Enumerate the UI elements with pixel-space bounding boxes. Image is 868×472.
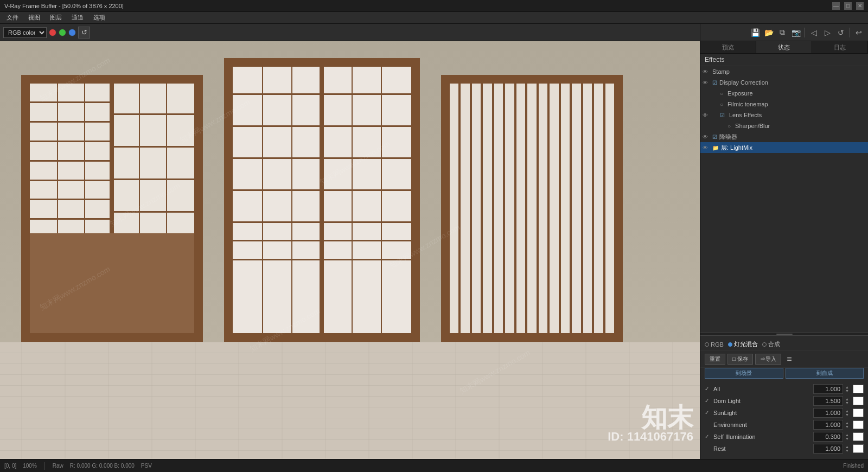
minimize-button[interactable]: — bbox=[832, 2, 840, 10]
menu-view[interactable]: 视图 bbox=[24, 12, 44, 23]
format-text: PSV bbox=[141, 463, 152, 469]
lm-check-sunlight[interactable]: ✓ bbox=[705, 410, 711, 416]
layer-list[interactable]: 👁 Stamp 👁 ☑ Display Correction 👁 ○ Expos… bbox=[700, 66, 868, 333]
lm-row-sunlight[interactable]: ✓ SunLight ▲▼ bbox=[700, 407, 868, 419]
close-button[interactable]: ✕ bbox=[856, 2, 864, 10]
more-button[interactable]: ≡ bbox=[783, 353, 795, 365]
save-button[interactable]: □ 保存 bbox=[727, 354, 753, 365]
status-coords: [0, 0] bbox=[4, 463, 16, 469]
eye-icon[interactable]: 👁 bbox=[703, 69, 710, 75]
tab-rgb[interactable]: RGB bbox=[705, 341, 724, 348]
layer-item-lightmix[interactable]: 👁 📁 层: LightMix bbox=[700, 142, 868, 153]
lm-name-all: All bbox=[713, 386, 811, 392]
undo-icon[interactable]: ↩ bbox=[853, 27, 865, 39]
tab-preview[interactable]: 预览 bbox=[700, 41, 756, 53]
lm-check-env[interactable]: ✓ bbox=[705, 422, 711, 428]
check-icon-denoise: ☑ bbox=[712, 134, 717, 140]
layer-item-sharpen[interactable]: 👁 ○ Sharpen/Blur bbox=[700, 120, 868, 131]
lm-arrows-env[interactable]: ▲▼ bbox=[845, 421, 851, 429]
lm-row-selfillum[interactable]: ✓ Self Illumination ▲▼ bbox=[700, 431, 868, 443]
refresh-button[interactable]: ↺ bbox=[78, 27, 90, 39]
lm-row-domlight[interactable]: ✓ Dom Light ▲▼ bbox=[700, 395, 868, 407]
camera-icon[interactable]: 📷 bbox=[790, 27, 802, 39]
toolbar-separator2 bbox=[850, 28, 850, 37]
layer-item-display-correction[interactable]: 👁 ☑ Display Correction bbox=[700, 77, 868, 88]
eye-icon[interactable]: 👁 bbox=[703, 112, 710, 118]
prev-icon[interactable]: ◁ bbox=[808, 27, 820, 39]
lm-row-all[interactable]: ✓ All ▲▼ bbox=[700, 383, 868, 395]
brand-watermark: 知末 ID: 1141067176 bbox=[608, 405, 693, 443]
copy-icon[interactable]: ⧉ bbox=[776, 27, 788, 39]
reset-button[interactable]: 重置 bbox=[705, 354, 725, 365]
lm-color-sunlight[interactable] bbox=[853, 409, 864, 417]
maximize-button[interactable]: □ bbox=[844, 2, 852, 10]
lm-check-selfillum[interactable]: ✓ bbox=[705, 433, 711, 440]
layer-item-filmic[interactable]: 👁 ○ Filmic tonemap bbox=[700, 99, 868, 110]
save-icon[interactable]: 💾 bbox=[749, 27, 761, 39]
lm-arrows-selfillum[interactable]: ▲▼ bbox=[845, 433, 851, 441]
lm-row-environment[interactable]: ✓ Environment ▲▼ bbox=[700, 419, 868, 431]
lm-check-all[interactable]: ✓ bbox=[705, 386, 711, 392]
lm-value-env[interactable] bbox=[813, 420, 843, 430]
radio-lightmix[interactable] bbox=[728, 342, 732, 347]
render-status-text: Finished bbox=[843, 463, 864, 469]
eye-icon[interactable]: 👁 bbox=[703, 145, 710, 151]
reset-icon[interactable]: ↺ bbox=[835, 27, 847, 39]
next-icon[interactable]: ▷ bbox=[821, 27, 833, 39]
lm-color-all[interactable] bbox=[853, 385, 864, 393]
status-values: R: 0.000 G: 0.000 B: 0.000 bbox=[70, 463, 135, 469]
window-controls[interactable]: — □ ✕ bbox=[832, 2, 864, 10]
lm-value-domlight[interactable] bbox=[813, 396, 843, 406]
layer-item-stamp[interactable]: 👁 Stamp bbox=[700, 66, 868, 77]
lm-color-domlight[interactable] bbox=[853, 397, 864, 405]
canvas-area[interactable]: 知末网www.znzmo.com 知末网www.znzmo.com 知末网www… bbox=[0, 41, 700, 459]
layer-item-denoise[interactable]: 👁 ☑ 降噪器 bbox=[700, 131, 868, 142]
zoom-text: 100% bbox=[23, 463, 37, 469]
properties-tabs: RGB 灯光混合 合成 bbox=[700, 338, 868, 351]
toolbar-separator bbox=[805, 28, 805, 37]
lm-check-domlight[interactable]: ✓ bbox=[705, 398, 711, 404]
lm-row-rest[interactable]: ✓ Rest ▲▼ bbox=[700, 443, 868, 455]
lm-value-rest[interactable] bbox=[813, 444, 843, 454]
tab-composite[interactable]: 合成 bbox=[762, 340, 780, 348]
eye-icon[interactable]: 👁 bbox=[703, 80, 710, 86]
menu-layers[interactable]: 图层 bbox=[46, 12, 66, 23]
menu-options[interactable]: 选项 bbox=[89, 12, 110, 23]
tab-rgb-label: RGB bbox=[711, 341, 724, 348]
lm-value-all[interactable] bbox=[813, 384, 843, 394]
lm-value-selfillum[interactable] bbox=[813, 432, 843, 442]
lm-color-rest[interactable] bbox=[853, 444, 864, 453]
layer-item-lens[interactable]: 👁 ☑ Lens Effects bbox=[700, 110, 868, 120]
lm-color-env[interactable] bbox=[853, 420, 864, 429]
lm-arrows-rest[interactable]: ▲▼ bbox=[845, 445, 851, 452]
color-circle-blue[interactable] bbox=[68, 29, 76, 36]
lm-arrows-sunlight[interactable]: ▲▼ bbox=[845, 409, 851, 417]
door-middle-frame bbox=[224, 58, 420, 342]
lightmix-table: ✓ All ▲▼ ✓ Dom Light ▲▼ ✓ SunL bbox=[700, 381, 868, 457]
color-circle-green[interactable] bbox=[59, 29, 66, 36]
color-circle-red[interactable] bbox=[49, 29, 56, 36]
radio-composite[interactable] bbox=[762, 342, 767, 347]
channel-select[interactable]: RGB color bbox=[3, 27, 47, 38]
to-self-button[interactable]: 到自成 bbox=[786, 368, 864, 379]
tab-log[interactable]: 日志 bbox=[812, 41, 868, 53]
menu-channels[interactable]: 通道 bbox=[67, 12, 88, 23]
check-icon-lens: ☑ bbox=[720, 112, 725, 118]
status-zoom[interactable]: 100% bbox=[23, 463, 37, 469]
tab-composite-label: 合成 bbox=[768, 340, 780, 348]
open-icon[interactable]: 📂 bbox=[763, 27, 775, 39]
to-scene-button[interactable]: 到场景 bbox=[705, 368, 783, 379]
lm-value-sunlight[interactable] bbox=[813, 408, 843, 418]
radio-rgb[interactable] bbox=[705, 342, 709, 347]
eye-icon[interactable]: 👁 bbox=[703, 134, 710, 140]
menu-file[interactable]: 文件 bbox=[2, 12, 23, 23]
lm-check-rest[interactable]: ✓ bbox=[705, 445, 711, 452]
tab-status[interactable]: 状态 bbox=[756, 41, 812, 53]
lm-color-selfillum[interactable] bbox=[853, 432, 864, 441]
status-render: Finished bbox=[843, 463, 864, 469]
load-button[interactable]: ⇒导入 bbox=[755, 354, 781, 365]
lm-arrows-all[interactable]: ▲▼ bbox=[845, 385, 851, 393]
layer-item-exposure[interactable]: 👁 ○ Exposure bbox=[700, 88, 868, 99]
lm-arrows-domlight[interactable]: ▲▼ bbox=[845, 397, 851, 405]
tab-lightmix[interactable]: 灯光混合 bbox=[728, 340, 758, 348]
